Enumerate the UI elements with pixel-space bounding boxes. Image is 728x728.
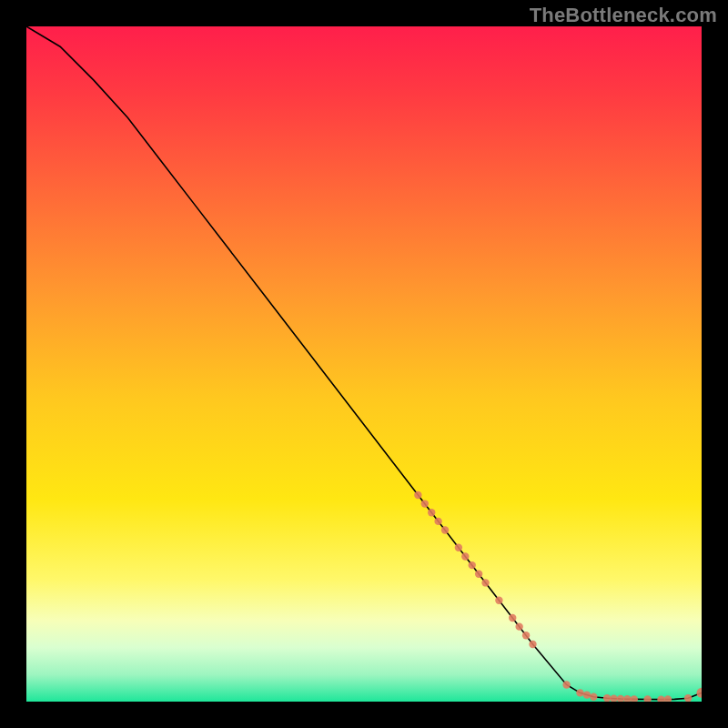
marker-point	[522, 632, 530, 639]
chart-canvas: TheBottleneck.com	[0, 0, 728, 728]
marker-point	[562, 681, 570, 688]
marker-point	[509, 614, 516, 622]
plot-svg	[26, 26, 702, 702]
plot-area	[26, 26, 702, 702]
marker-point	[461, 552, 469, 560]
marker-point	[495, 597, 502, 604]
marker-point	[469, 561, 476, 569]
watermark-label: TheBottleneck.com	[530, 4, 717, 27]
marker-point	[414, 491, 421, 499]
marker-point	[576, 689, 583, 696]
marker-point	[590, 693, 597, 701]
marker-point	[455, 544, 462, 551]
marker-point	[481, 579, 489, 586]
marker-point	[583, 691, 591, 698]
marker-point	[441, 526, 449, 533]
marker-point	[428, 509, 435, 516]
marker-point	[421, 500, 429, 507]
marker-point	[434, 518, 441, 525]
marker-point	[529, 641, 536, 648]
marker-point	[475, 571, 482, 578]
marker-point	[515, 622, 522, 630]
gradient-background	[26, 26, 702, 702]
